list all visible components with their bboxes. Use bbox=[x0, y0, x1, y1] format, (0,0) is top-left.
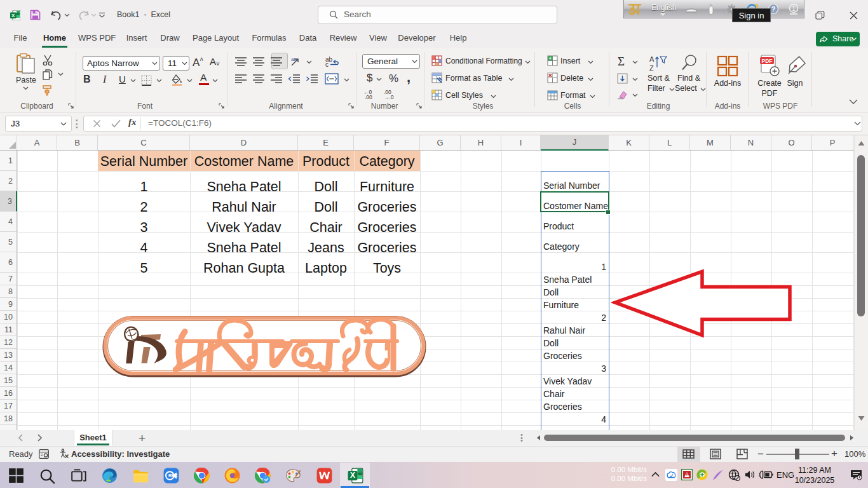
svg-text:?: ? bbox=[771, 5, 776, 13]
svg-text:X: X bbox=[350, 471, 355, 480]
svg-text:c: c bbox=[325, 61, 329, 67]
svg-text:REC: REC bbox=[168, 473, 177, 478]
svg-text:A: A bbox=[649, 55, 654, 63]
svg-text:→.0: →.0 bbox=[384, 94, 394, 99]
svg-text:X: X bbox=[11, 13, 15, 18]
svg-text:Z: Z bbox=[649, 64, 654, 71]
svg-text:1: 1 bbox=[792, 5, 796, 12]
svg-text:.00: .00 bbox=[365, 94, 372, 99]
svg-text:ab: ab bbox=[291, 57, 297, 62]
svg-text:PDF: PDF bbox=[762, 58, 773, 64]
